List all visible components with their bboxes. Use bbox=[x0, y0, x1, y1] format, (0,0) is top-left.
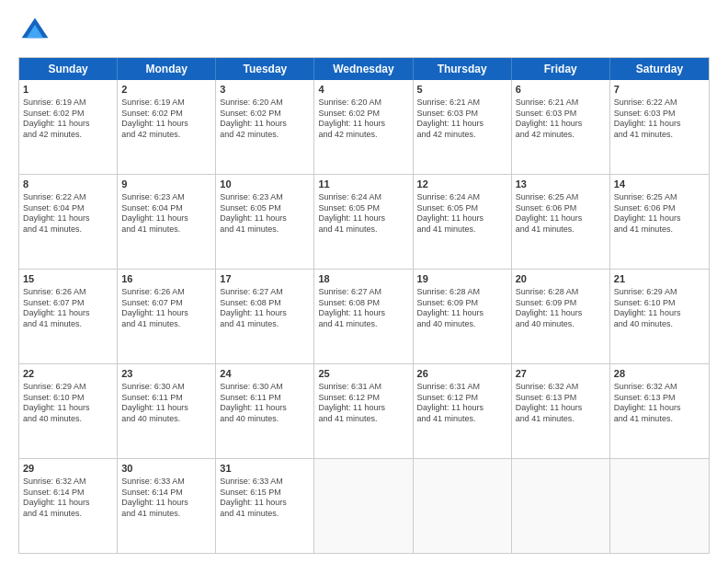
day-cell-23: 23Sunrise: 6:30 AM Sunset: 6:11 PM Dayli… bbox=[118, 364, 216, 458]
day-info: Sunrise: 6:27 AM Sunset: 6:08 PM Dayligh… bbox=[220, 287, 310, 330]
day-number: 28 bbox=[614, 367, 705, 381]
day-number: 23 bbox=[121, 367, 211, 381]
calendar-row-2: 8Sunrise: 6:22 AM Sunset: 6:04 PM Daylig… bbox=[19, 174, 709, 269]
day-info: Sunrise: 6:20 AM Sunset: 6:02 PM Dayligh… bbox=[318, 98, 408, 141]
day-number: 25 bbox=[318, 367, 408, 381]
day-number: 10 bbox=[220, 178, 310, 191]
day-cell-16: 16Sunrise: 6:26 AM Sunset: 6:07 PM Dayli… bbox=[118, 270, 216, 363]
day-info: Sunrise: 6:33 AM Sunset: 6:15 PM Dayligh… bbox=[220, 477, 310, 520]
day-cell-28: 28Sunrise: 6:32 AM Sunset: 6:13 PM Dayli… bbox=[610, 364, 709, 458]
day-number: 19 bbox=[417, 272, 507, 286]
day-info: Sunrise: 6:32 AM Sunset: 6:13 PM Dayligh… bbox=[614, 382, 705, 425]
day-number: 24 bbox=[220, 367, 310, 381]
day-info: Sunrise: 6:29 AM Sunset: 6:10 PM Dayligh… bbox=[23, 382, 113, 425]
calendar-row-1: 1Sunrise: 6:19 AM Sunset: 6:02 PM Daylig… bbox=[19, 80, 709, 174]
day-number: 2 bbox=[121, 83, 211, 97]
calendar-row-5: 29Sunrise: 6:32 AM Sunset: 6:14 PM Dayli… bbox=[19, 458, 709, 553]
day-cell-29: 29Sunrise: 6:32 AM Sunset: 6:14 PM Dayli… bbox=[19, 459, 118, 553]
day-number: 1 bbox=[23, 83, 113, 97]
day-cell-19: 19Sunrise: 6:28 AM Sunset: 6:09 PM Dayli… bbox=[414, 270, 512, 363]
day-info: Sunrise: 6:21 AM Sunset: 6:03 PM Dayligh… bbox=[417, 98, 507, 141]
day-cell-31: 31Sunrise: 6:33 AM Sunset: 6:15 PM Dayli… bbox=[216, 459, 314, 553]
day-info: Sunrise: 6:31 AM Sunset: 6:12 PM Dayligh… bbox=[417, 382, 507, 425]
day-number: 3 bbox=[220, 83, 310, 97]
weekday-header-friday: Friday bbox=[512, 58, 610, 80]
day-number: 17 bbox=[220, 272, 310, 286]
day-info: Sunrise: 6:24 AM Sunset: 6:05 PM Dayligh… bbox=[417, 192, 507, 236]
day-number: 18 bbox=[318, 272, 408, 286]
empty-cell bbox=[314, 459, 413, 553]
day-cell-25: 25Sunrise: 6:31 AM Sunset: 6:12 PM Dayli… bbox=[314, 364, 413, 458]
calendar-body: 1Sunrise: 6:19 AM Sunset: 6:02 PM Daylig… bbox=[19, 80, 709, 553]
day-number: 12 bbox=[417, 178, 507, 191]
day-info: Sunrise: 6:19 AM Sunset: 6:02 PM Dayligh… bbox=[23, 98, 113, 141]
day-info: Sunrise: 6:23 AM Sunset: 6:04 PM Dayligh… bbox=[121, 192, 211, 236]
day-number: 26 bbox=[417, 367, 507, 381]
header bbox=[18, 15, 710, 48]
day-number: 8 bbox=[23, 178, 113, 191]
day-info: Sunrise: 6:30 AM Sunset: 6:11 PM Dayligh… bbox=[220, 382, 310, 425]
day-cell-14: 14Sunrise: 6:25 AM Sunset: 6:06 PM Dayli… bbox=[610, 175, 709, 269]
day-info: Sunrise: 6:33 AM Sunset: 6:14 PM Dayligh… bbox=[121, 477, 211, 520]
day-info: Sunrise: 6:25 AM Sunset: 6:06 PM Dayligh… bbox=[614, 192, 705, 236]
day-cell-22: 22Sunrise: 6:29 AM Sunset: 6:10 PM Dayli… bbox=[19, 364, 118, 458]
day-cell-8: 8Sunrise: 6:22 AM Sunset: 6:04 PM Daylig… bbox=[19, 175, 118, 269]
day-cell-27: 27Sunrise: 6:32 AM Sunset: 6:13 PM Dayli… bbox=[512, 364, 610, 458]
day-cell-10: 10Sunrise: 6:23 AM Sunset: 6:05 PM Dayli… bbox=[216, 175, 314, 269]
day-info: Sunrise: 6:28 AM Sunset: 6:09 PM Dayligh… bbox=[417, 287, 507, 330]
day-info: Sunrise: 6:22 AM Sunset: 6:03 PM Dayligh… bbox=[614, 98, 705, 141]
day-number: 29 bbox=[23, 462, 113, 476]
day-number: 11 bbox=[318, 178, 408, 191]
calendar-row-4: 22Sunrise: 6:29 AM Sunset: 6:10 PM Dayli… bbox=[19, 363, 709, 458]
calendar: SundayMondayTuesdayWednesdayThursdayFrid… bbox=[18, 57, 710, 554]
day-info: Sunrise: 6:32 AM Sunset: 6:13 PM Dayligh… bbox=[516, 382, 606, 425]
day-cell-7: 7Sunrise: 6:22 AM Sunset: 6:03 PM Daylig… bbox=[610, 80, 709, 174]
day-info: Sunrise: 6:20 AM Sunset: 6:02 PM Dayligh… bbox=[220, 98, 310, 141]
day-info: Sunrise: 6:26 AM Sunset: 6:07 PM Dayligh… bbox=[121, 287, 211, 330]
empty-cell bbox=[512, 459, 610, 553]
day-cell-26: 26Sunrise: 6:31 AM Sunset: 6:12 PM Dayli… bbox=[414, 364, 512, 458]
day-cell-24: 24Sunrise: 6:30 AM Sunset: 6:11 PM Dayli… bbox=[216, 364, 314, 458]
day-cell-17: 17Sunrise: 6:27 AM Sunset: 6:08 PM Dayli… bbox=[216, 270, 314, 363]
day-number: 31 bbox=[220, 462, 310, 476]
weekday-header-monday: Monday bbox=[118, 58, 216, 80]
day-info: Sunrise: 6:32 AM Sunset: 6:14 PM Dayligh… bbox=[23, 477, 113, 520]
day-number: 6 bbox=[516, 83, 606, 97]
page: SundayMondayTuesdayWednesdayThursdayFrid… bbox=[0, 0, 728, 563]
day-info: Sunrise: 6:24 AM Sunset: 6:05 PM Dayligh… bbox=[318, 192, 408, 236]
weekday-header-thursday: Thursday bbox=[414, 58, 512, 80]
weekday-header-saturday: Saturday bbox=[610, 58, 709, 80]
day-cell-4: 4Sunrise: 6:20 AM Sunset: 6:02 PM Daylig… bbox=[314, 80, 413, 174]
day-cell-5: 5Sunrise: 6:21 AM Sunset: 6:03 PM Daylig… bbox=[414, 80, 512, 174]
day-number: 30 bbox=[121, 462, 211, 476]
day-number: 7 bbox=[614, 83, 705, 97]
day-number: 22 bbox=[23, 367, 113, 381]
day-cell-2: 2Sunrise: 6:19 AM Sunset: 6:02 PM Daylig… bbox=[118, 80, 216, 174]
day-number: 5 bbox=[417, 83, 507, 97]
day-number: 20 bbox=[516, 272, 606, 286]
day-number: 4 bbox=[318, 83, 408, 97]
day-cell-21: 21Sunrise: 6:29 AM Sunset: 6:10 PM Dayli… bbox=[610, 270, 709, 363]
calendar-row-3: 15Sunrise: 6:26 AM Sunset: 6:07 PM Dayli… bbox=[19, 269, 709, 363]
day-info: Sunrise: 6:22 AM Sunset: 6:04 PM Dayligh… bbox=[23, 192, 113, 236]
day-number: 15 bbox=[23, 272, 113, 286]
day-number: 14 bbox=[614, 178, 705, 191]
logo-icon bbox=[18, 15, 51, 48]
day-info: Sunrise: 6:23 AM Sunset: 6:05 PM Dayligh… bbox=[220, 192, 310, 236]
day-cell-9: 9Sunrise: 6:23 AM Sunset: 6:04 PM Daylig… bbox=[118, 175, 216, 269]
day-cell-18: 18Sunrise: 6:27 AM Sunset: 6:08 PM Dayli… bbox=[314, 270, 413, 363]
logo bbox=[18, 15, 57, 48]
day-info: Sunrise: 6:26 AM Sunset: 6:07 PM Dayligh… bbox=[23, 287, 113, 330]
day-number: 27 bbox=[516, 367, 606, 381]
day-number: 13 bbox=[516, 178, 606, 191]
day-info: Sunrise: 6:29 AM Sunset: 6:10 PM Dayligh… bbox=[614, 287, 705, 330]
day-number: 21 bbox=[614, 272, 705, 286]
day-cell-3: 3Sunrise: 6:20 AM Sunset: 6:02 PM Daylig… bbox=[216, 80, 314, 174]
weekday-header-sunday: Sunday bbox=[19, 58, 118, 80]
day-cell-30: 30Sunrise: 6:33 AM Sunset: 6:14 PM Dayli… bbox=[118, 459, 216, 553]
day-number: 9 bbox=[121, 178, 211, 191]
day-info: Sunrise: 6:25 AM Sunset: 6:06 PM Dayligh… bbox=[516, 192, 606, 236]
empty-cell bbox=[414, 459, 512, 553]
day-info: Sunrise: 6:30 AM Sunset: 6:11 PM Dayligh… bbox=[121, 382, 211, 425]
weekday-header-tuesday: Tuesday bbox=[216, 58, 314, 80]
